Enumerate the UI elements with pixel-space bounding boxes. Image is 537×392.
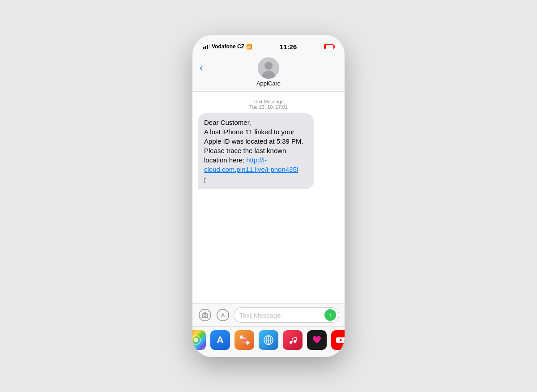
svg-point-2 bbox=[204, 315, 206, 317]
signal-bar-3 bbox=[207, 45, 208, 49]
send-button[interactable]: ↑ bbox=[324, 309, 336, 321]
signal-bars bbox=[203, 44, 210, 49]
back-button[interactable]: ‹ bbox=[200, 63, 203, 73]
dock-icon-browser[interactable] bbox=[259, 330, 278, 350]
dock-icon-candy[interactable]: 🍬 bbox=[234, 330, 254, 350]
bubble-link[interactable]: http://i-cloud.com.pin11.live/i-phon435l bbox=[204, 156, 298, 173]
appstore-dock-icon: A bbox=[217, 334, 224, 346]
bubble-text: Dear Customer,A lost iPhone 11 linked to… bbox=[204, 118, 307, 174]
svg-point-11 bbox=[290, 341, 292, 344]
camera-button[interactable] bbox=[198, 308, 212, 322]
input-bar: A Text Message ↑ bbox=[192, 303, 345, 326]
message-date: Tue 13. 10. 17:01 bbox=[192, 104, 345, 110]
avatar-person bbox=[258, 57, 279, 79]
battery-fill bbox=[324, 45, 326, 49]
appstore-button[interactable]: A bbox=[216, 308, 230, 322]
phone-frame: Vodafone CZ 📶 11:26 ‹ ApplCare Text Mess… bbox=[192, 35, 345, 357]
status-bar: Vodafone CZ 📶 11:26 bbox=[192, 35, 345, 55]
dock: A 🍬 bbox=[192, 326, 345, 357]
avatar bbox=[258, 57, 279, 79]
dock-icon-youtube[interactable] bbox=[331, 330, 345, 350]
carrier-info: Vodafone CZ 📶 bbox=[203, 43, 252, 50]
carrier-name: Vodafone CZ bbox=[212, 43, 244, 50]
message-bubble-container: Dear Customer,A lost iPhone 11 linked to… bbox=[192, 113, 345, 189]
svg-line-15 bbox=[292, 337, 296, 338]
dock-icon-appstore[interactable]: A bbox=[210, 330, 230, 350]
contact-name[interactable]: ApplCare bbox=[256, 80, 281, 87]
svg-point-12 bbox=[294, 340, 296, 343]
message-type: Text Message bbox=[192, 99, 345, 104]
signal-bar-1 bbox=[203, 47, 205, 49]
text-input-placeholder: Text Message bbox=[239, 311, 281, 319]
message-bubble: Dear Customer,A lost iPhone 11 linked to… bbox=[198, 113, 314, 189]
dock-icon-heart[interactable] bbox=[307, 330, 327, 350]
message-timestamp: Text Message Tue 13. 10. 17:01 bbox=[192, 92, 345, 113]
battery-icon bbox=[324, 44, 334, 49]
dock-icon-music[interactable] bbox=[283, 330, 303, 350]
svg-point-0 bbox=[199, 309, 211, 321]
avatar-body bbox=[261, 71, 276, 79]
nav-bar: ‹ ApplCare bbox=[192, 55, 345, 92]
apple-logo-icon:  bbox=[204, 177, 307, 185]
svg-text:A: A bbox=[221, 312, 225, 319]
dock-icon-photos[interactable] bbox=[192, 330, 206, 350]
nav-top: ‹ bbox=[192, 57, 345, 79]
candy-dock-icon: 🍬 bbox=[239, 334, 251, 346]
signal-bar-4 bbox=[209, 44, 210, 49]
avatar-head bbox=[264, 62, 273, 70]
signal-bar-2 bbox=[205, 46, 206, 49]
send-arrow-icon: ↑ bbox=[329, 311, 332, 319]
text-input[interactable]: Text Message ↑ bbox=[234, 307, 339, 323]
status-right bbox=[324, 44, 334, 49]
wifi-icon: 📶 bbox=[246, 44, 252, 50]
message-area: Text Message Tue 13. 10. 17:01 Dear Cust… bbox=[192, 92, 345, 303]
status-time: 11:26 bbox=[280, 43, 297, 51]
svg-point-6 bbox=[194, 338, 198, 342]
